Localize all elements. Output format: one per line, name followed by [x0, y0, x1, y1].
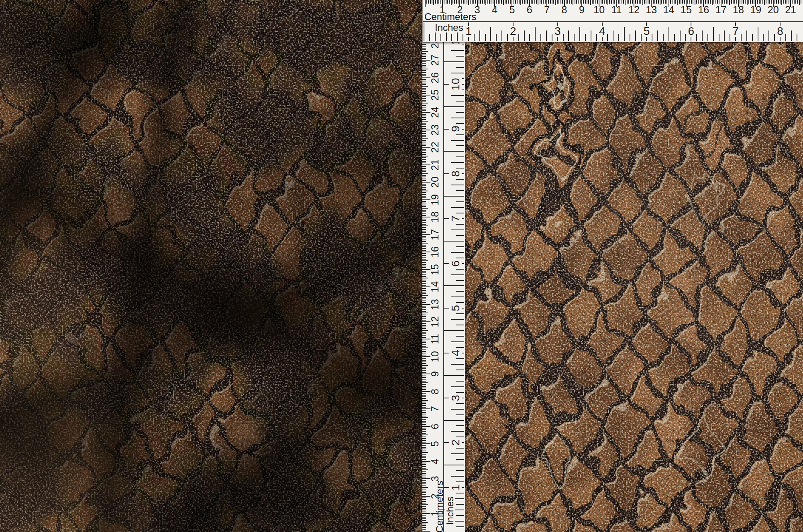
cm-tick	[422, 274, 426, 275]
cm-tick	[493, 0, 493, 4]
cm-number: 8	[562, 5, 567, 15]
cm-tick	[452, 0, 453, 4]
cm-tick	[422, 328, 426, 329]
cm-tick	[566, 0, 567, 4]
cm-tick	[768, 0, 768, 4]
cm-tick	[644, 0, 645, 4]
cm-tick	[422, 512, 426, 512]
cm-tick	[648, 0, 648, 4]
cm-tick	[422, 281, 426, 282]
cm-tick	[463, 0, 464, 4]
cm-number: 12	[430, 316, 440, 327]
cm-tick	[422, 517, 426, 518]
cm-tick	[712, 0, 713, 5]
cm-number: 20	[768, 5, 779, 15]
inch-tick	[456, 403, 464, 404]
cm-tick	[422, 74, 426, 75]
cm-tick	[656, 0, 657, 4]
cm-tick	[555, 0, 556, 5]
cm-tick	[517, 0, 518, 4]
cm-tick	[440, 0, 441, 4]
cm-tick	[642, 0, 643, 5]
inch-tick	[463, 34, 463, 41]
inch-tick	[456, 235, 464, 236]
cm-tick	[691, 0, 692, 4]
cm-tick	[422, 229, 426, 230]
cm-tick	[422, 248, 426, 249]
cm-tick	[731, 0, 732, 4]
cm-tick	[560, 0, 561, 4]
cm-number: 18	[430, 211, 440, 223]
cm-tick	[422, 93, 426, 94]
cm-tick	[422, 116, 426, 116]
cm-tick	[422, 386, 426, 387]
cm-number: 4	[492, 5, 497, 15]
cm-tick	[514, 0, 514, 4]
cm-tick	[454, 0, 455, 4]
inch-tick	[680, 30, 681, 41]
cm-number: 10	[593, 5, 605, 15]
inch-tick	[444, 285, 464, 286]
inch-tick	[451, 364, 464, 365]
cm-tick	[632, 0, 633, 4]
cm-tick	[422, 283, 426, 284]
cm-tick	[422, 84, 426, 85]
cm-tick	[797, 0, 798, 4]
cm-tick	[422, 492, 426, 493]
cm-tick	[625, 0, 626, 5]
cm-tick	[422, 91, 426, 92]
cm-tick	[422, 271, 426, 272]
cm-tick	[567, 0, 568, 4]
cm-tick	[422, 51, 428, 52]
cm-tick	[422, 393, 426, 394]
inch-tick	[444, 420, 464, 421]
cm-tick	[742, 0, 742, 4]
cm-tick	[422, 185, 426, 186]
cm-tick	[713, 0, 714, 4]
cm-tick	[422, 311, 426, 312]
inch-tick	[451, 274, 464, 275]
inch-tick	[456, 392, 464, 393]
cm-number: 13	[430, 299, 440, 310]
cm-tick	[687, 0, 688, 4]
cm-tick	[422, 429, 426, 430]
cm-tick	[575, 0, 575, 4]
cm-tick	[762, 0, 763, 4]
cm-tick	[748, 0, 749, 4]
inch-tick	[456, 425, 464, 426]
cm-tick	[639, 0, 640, 4]
cm-tick	[422, 381, 426, 382]
cm-tick	[422, 323, 426, 324]
cm-tick	[422, 194, 426, 195]
cm-number: 17	[715, 5, 727, 15]
cm-number: 6	[527, 5, 532, 15]
cm-tick	[422, 72, 426, 73]
inch-tick	[456, 280, 464, 281]
inch-tick	[444, 465, 464, 465]
cm-tick	[422, 473, 426, 474]
cm-tick	[422, 403, 426, 404]
cm-tick	[757, 0, 758, 4]
cm-tick	[422, 370, 426, 371]
cm-tick	[422, 302, 426, 303]
cm-tick	[700, 0, 701, 4]
cm-tick	[422, 140, 426, 141]
cm-tick	[653, 0, 654, 4]
inch-tick	[451, 252, 464, 253]
cm-tick	[698, 0, 699, 4]
cm-tick	[550, 0, 551, 4]
cm-tick	[606, 0, 607, 4]
inch-tick	[451, 341, 464, 342]
cm-tick	[467, 0, 467, 4]
cm-tick	[795, 0, 796, 4]
inch-number: 11	[449, 42, 462, 46]
cm-tick	[480, 0, 481, 4]
cm-tick	[580, 0, 581, 4]
cm-tick	[422, 67, 426, 67]
cm-tick	[422, 330, 428, 331]
cm-tick	[602, 0, 603, 4]
cm-number: 19	[750, 5, 761, 15]
cm-tick	[672, 0, 673, 4]
cm-tick	[422, 211, 426, 212]
cm-tick	[583, 0, 584, 4]
